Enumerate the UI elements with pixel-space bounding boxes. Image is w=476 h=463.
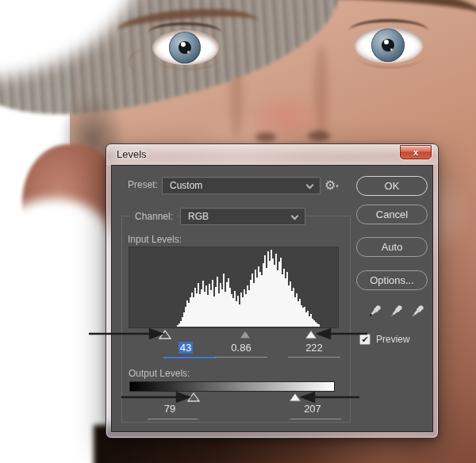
white-point-eyedropper-icon[interactable] [409, 303, 426, 320]
gray-point-eyedropper-icon[interactable] [387, 303, 405, 320]
input-highlight-underline [288, 357, 340, 358]
preset-select[interactable]: Custom [162, 177, 321, 194]
output-shadow-underline [148, 419, 198, 419]
levels-dialog: Levels x Preset: Custom ⚙▾ OK Cancel Aut… [106, 143, 439, 438]
input-shadow-underline [163, 357, 217, 358]
channel-value: RGB [188, 211, 209, 222]
ok-button[interactable]: OK [356, 176, 428, 196]
chevron-down-icon [306, 182, 314, 189]
output-highlight-underline [290, 419, 341, 419]
photo-nose-bridge-shadow-left [230, 41, 243, 138]
chevron-down-icon [291, 212, 299, 220]
histogram-bars [177, 249, 321, 327]
photo-left-eyebrow [117, 3, 260, 48]
photo-left-eyelid [148, 22, 222, 44]
photo-right-eyelid [349, 19, 428, 43]
photo-left-iris [169, 32, 201, 63]
photo-right-pupil [382, 39, 394, 52]
input-midtone-slider[interactable] [239, 330, 251, 339]
photo-left-eye [152, 30, 219, 65]
photo-left-pupil [178, 41, 191, 54]
preview-checkbox[interactable]: ✔ [359, 334, 370, 345]
channel-label: Channel: [131, 211, 177, 222]
input-highlight-slider[interactable] [305, 330, 317, 339]
input-shadow-slider[interactable] [159, 330, 171, 339]
photo-left-catchlight [181, 42, 186, 47]
input-highlight-value[interactable]: 222 [290, 342, 338, 354]
histogram [129, 247, 339, 328]
photo-nostril-right [308, 131, 330, 141]
preset-value: Custom [170, 180, 202, 191]
output-highlight-slider[interactable] [289, 392, 301, 402]
input-levels-label: Input Levels: [128, 234, 182, 245]
photo-gray-hair [0, 0, 352, 143]
screenshot-root: { "window": { "title": "Levels", "close_… [0, 0, 476, 463]
preset-label: Preset: [128, 179, 158, 190]
input-midtone-underline [215, 357, 267, 358]
input-shadow-value[interactable]: 43 [162, 342, 209, 354]
titlebar[interactable]: Levels x [106, 144, 438, 165]
photo-ear [22, 144, 116, 265]
black-point-eyedropper-icon[interactable] [366, 303, 383, 320]
photo-right-iris [371, 29, 405, 62]
checkmark-icon: ✔ [361, 335, 368, 344]
photo-left-under-eye [155, 49, 219, 70]
gear-caret-icon: ▾ [336, 183, 339, 189]
photo-nose-bridge-shadow-right [314, 46, 328, 140]
eyedropper-toolbar [366, 303, 426, 320]
photo-right-eyebrow [336, 0, 476, 30]
preset-options-menu-button[interactable]: ⚙▾ [324, 177, 348, 194]
channel-select[interactable]: RGB [180, 208, 305, 225]
output-shadow-value[interactable]: 79 [146, 403, 194, 415]
photo-right-under-eye [357, 46, 424, 68]
input-midtone-value[interactable]: 0.86 [217, 342, 265, 354]
photo-left-catchlight-2 [187, 51, 190, 53]
photo-nose-tip [248, 94, 327, 143]
photo-crows-feet [125, 47, 159, 78]
output-gradient-bar [129, 381, 335, 392]
options-button[interactable]: Options... [356, 270, 428, 290]
output-shadow-slider[interactable] [187, 392, 200, 402]
output-levels-label: Output Levels: [129, 368, 190, 379]
output-highlight-value[interactable]: 207 [289, 403, 336, 415]
gear-icon: ⚙ [324, 178, 336, 192]
photo-right-eye [354, 27, 424, 63]
dialog-content: Preset: Custom ⚙▾ OK Cancel Auto Options… [111, 165, 433, 432]
photo-left-sclera [152, 30, 219, 65]
histogram-bar [318, 324, 320, 327]
photo-right-sclera [354, 27, 424, 63]
close-button[interactable]: x [400, 145, 432, 159]
photo-white-backdrop-corner [0, 0, 143, 81]
photo-right-catchlight [384, 40, 389, 44]
window-title: Levels [117, 148, 147, 160]
photo-right-catchlight-2 [390, 48, 393, 51]
cancel-button[interactable]: Cancel [356, 205, 428, 224]
photo-white-backdrop-left [0, 198, 119, 463]
close-icon: x [413, 147, 418, 157]
photo-nostril-left [255, 132, 276, 142]
preview-label[interactable]: Preview [376, 334, 410, 345]
auto-button[interactable]: Auto [356, 237, 428, 257]
